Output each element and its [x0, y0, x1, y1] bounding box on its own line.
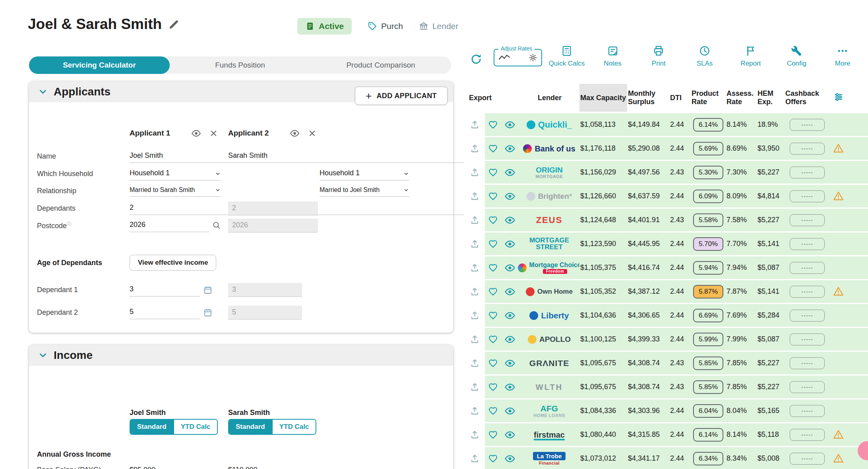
calendar-icon[interactable] — [203, 308, 213, 317]
favorite-heart-icon[interactable] — [488, 120, 498, 130]
col-header-monthly-surplus[interactable]: Monthly Surplus — [627, 89, 669, 106]
favorite-heart-icon[interactable] — [488, 191, 498, 201]
export-icon[interactable] — [470, 358, 480, 368]
favorite-heart-icon[interactable] — [488, 334, 498, 344]
product-rate-value[interactable]: 6.04% — [693, 404, 723, 418]
visibility-eye-icon[interactable] — [504, 453, 515, 464]
col-header-hem-exp[interactable]: HEM Exp. — [757, 89, 785, 106]
dependant1-age1-input[interactable] — [130, 283, 200, 297]
chevron-down-icon[interactable] — [38, 87, 48, 97]
product-rate-value[interactable]: 5.85% — [693, 380, 723, 394]
export-icon[interactable] — [470, 215, 480, 225]
applicant1-remove-icon[interactable] — [209, 128, 219, 138]
chevron-down-icon[interactable] — [38, 350, 48, 360]
notes-button[interactable]: Notes — [590, 42, 636, 68]
favorite-heart-icon[interactable] — [488, 239, 498, 249]
export-icon[interactable] — [470, 120, 480, 130]
col-header-assess-rate[interactable]: Assess. Rate — [726, 89, 757, 106]
edit-icon[interactable] — [168, 18, 180, 30]
export-icon[interactable] — [470, 287, 480, 297]
favorite-heart-icon[interactable] — [488, 263, 498, 273]
applicant2-ytd-toggle[interactable]: YTD Calc — [272, 420, 316, 434]
warning-icon[interactable] — [833, 453, 844, 464]
view-effective-income-button[interactable]: View effective income — [130, 255, 216, 271]
visibility-eye-icon[interactable] — [504, 215, 515, 226]
slas-button[interactable]: SLAs — [682, 42, 728, 68]
favorite-heart-icon[interactable] — [488, 358, 498, 368]
favorite-heart-icon[interactable] — [488, 382, 498, 392]
config-button[interactable]: Config — [774, 42, 820, 68]
product-rate-value[interactable]: 5.99% — [693, 333, 723, 346]
col-header-lender[interactable]: Lender — [519, 94, 579, 102]
export-icon[interactable] — [470, 430, 480, 440]
product-rate-value[interactable]: 6.69% — [693, 309, 723, 322]
favorite-heart-icon[interactable] — [488, 453, 498, 463]
product-rate-value[interactable]: 5.69% — [693, 142, 723, 155]
product-rate-value[interactable]: 5.58% — [693, 213, 723, 227]
export-icon[interactable] — [470, 406, 480, 416]
visibility-eye-icon[interactable] — [504, 429, 515, 440]
favorite-heart-icon[interactable] — [488, 143, 498, 153]
tab-servicing-calculator[interactable]: Servicing Calculator — [29, 56, 170, 74]
applicant2-standard-toggle[interactable]: Standard — [229, 420, 272, 434]
applicant2-remove-icon[interactable] — [307, 128, 317, 138]
favorite-heart-icon[interactable] — [488, 406, 498, 416]
applicant1-postcode-input[interactable] — [130, 219, 209, 232]
col-header-dti[interactable]: DTI — [669, 94, 691, 102]
product-rate-value[interactable]: 5.94% — [693, 261, 723, 275]
export-icon[interactable] — [470, 191, 480, 201]
visibility-eye-icon[interactable] — [504, 405, 515, 417]
visibility-eye-icon[interactable] — [504, 310, 515, 321]
warning-icon[interactable] — [833, 286, 844, 297]
add-applicant-button[interactable]: + ADD APPLICANT — [355, 87, 448, 105]
refresh-icon[interactable] — [470, 53, 482, 66]
favorite-heart-icon[interactable] — [488, 310, 498, 320]
export-icon[interactable] — [470, 167, 480, 177]
gear-icon[interactable] — [529, 53, 537, 62]
export-icon[interactable] — [470, 334, 480, 344]
favorite-heart-icon[interactable] — [488, 287, 498, 297]
product-rate-value[interactable]: 6.09% — [693, 190, 723, 203]
visibility-eye-icon[interactable] — [504, 358, 515, 369]
cashback-offers-value[interactable]: ----- — [790, 453, 825, 465]
cashback-offers-value[interactable]: ----- — [790, 119, 825, 131]
favorite-heart-icon[interactable] — [488, 215, 498, 225]
applicant1-standard-toggle[interactable]: Standard — [130, 420, 173, 434]
print-button[interactable]: Print — [636, 42, 682, 68]
export-icon[interactable] — [470, 453, 480, 463]
cashback-offers-value[interactable]: ----- — [790, 310, 825, 322]
export-icon[interactable] — [470, 239, 480, 249]
favorite-heart-icon[interactable] — [488, 167, 498, 177]
applicant1-visibility-icon[interactable] — [191, 128, 201, 138]
warning-icon[interactable] — [833, 143, 844, 154]
col-header-product-rate[interactable]: Product Rate — [691, 89, 726, 106]
applicant2-household-select[interactable]: Household 1 — [320, 167, 409, 180]
visibility-eye-icon[interactable] — [504, 238, 515, 250]
cashback-offers-value[interactable]: ----- — [790, 143, 825, 155]
more-button[interactable]: More — [820, 42, 866, 68]
product-rate-value[interactable]: 6.34% — [693, 452, 723, 465]
cashback-offers-value[interactable]: ----- — [790, 286, 825, 298]
applicant1-relationship-select[interactable]: Married to Sarah Smith — [130, 185, 221, 197]
product-rate-value[interactable]: 5.30% — [693, 166, 723, 179]
tab-product-comparison[interactable]: Product Comparison — [310, 56, 451, 74]
search-icon[interactable] — [212, 221, 221, 230]
warning-icon[interactable] — [833, 429, 844, 440]
calendar-icon[interactable] — [203, 285, 213, 295]
applicant2-visibility-icon[interactable] — [290, 128, 300, 138]
product-rate-value[interactable]: 5.70% — [693, 237, 723, 251]
report-button[interactable]: Report — [728, 42, 774, 68]
applicant2-relationship-select[interactable]: Married to Joel Smith — [320, 185, 409, 197]
visibility-eye-icon[interactable] — [504, 286, 515, 297]
export-icon[interactable] — [470, 263, 480, 273]
adjust-rates-control[interactable]: Adjust Rates — [494, 49, 542, 66]
product-rate-value[interactable]: 5.85% — [693, 357, 723, 370]
cashback-offers-value[interactable]: ----- — [790, 357, 825, 369]
cashback-offers-value[interactable]: ----- — [790, 262, 825, 274]
product-rate-value[interactable]: 5.87% — [693, 285, 723, 298]
col-header-cashback-offers[interactable]: Cashback Offers — [785, 89, 830, 106]
export-icon[interactable] — [470, 382, 480, 392]
col-header-export[interactable]: Export — [464, 94, 485, 102]
visibility-eye-icon[interactable] — [504, 143, 515, 154]
visibility-eye-icon[interactable] — [504, 191, 515, 202]
